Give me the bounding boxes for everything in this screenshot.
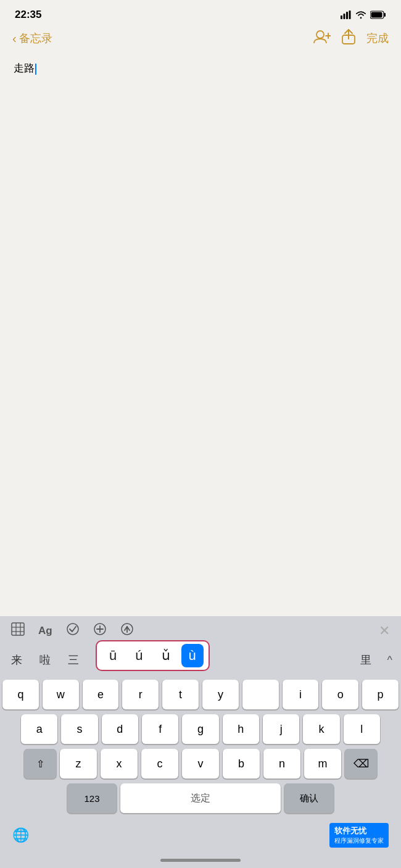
candidate-item-1[interactable]: 啦 (31, 648, 59, 672)
candidate-row: 来 啦 三 ū ú ǔ ù 里 ^ (0, 643, 401, 677)
key-k[interactable]: k (303, 714, 339, 744)
svg-rect-11 (12, 623, 24, 635)
accent-u-macron[interactable]: ū (102, 644, 124, 667)
delete-key[interactable]: ⌫ (345, 749, 377, 778)
wifi-icon (355, 10, 366, 19)
watermark: 软件无忧 程序漏洞修复专家 (329, 823, 389, 848)
watermark-line1: 软件无忧 (334, 825, 384, 837)
svg-point-7 (316, 31, 324, 38)
space-key[interactable]: 选定 (120, 783, 281, 813)
close-icon[interactable]: ✕ (379, 623, 390, 639)
key-c[interactable]: c (141, 749, 178, 778)
text-cursor (35, 64, 36, 75)
candidate-right-items: 里 ^ (350, 648, 399, 672)
svg-rect-6 (371, 12, 382, 18)
format-text-icon[interactable]: Ag (38, 625, 52, 637)
key-row-3: ⇧ z x c v b n m ⌫ (2, 749, 399, 778)
key-f[interactable]: f (142, 714, 178, 744)
key-n[interactable]: n (263, 749, 300, 778)
svg-rect-0 (341, 15, 342, 19)
key-l[interactable]: l (344, 714, 380, 744)
key-row-2: a s d f g h j k l (2, 714, 399, 744)
key-p[interactable]: p (362, 680, 399, 709)
checkmark-icon[interactable] (66, 622, 80, 639)
keyboard-toolbar: Ag (0, 616, 401, 643)
key-t[interactable]: t (162, 680, 199, 709)
key-b[interactable]: b (223, 749, 260, 778)
status-bar: 22:35 (0, 0, 401, 25)
watermark-line2: 程序漏洞修复专家 (334, 837, 384, 845)
shift-key[interactable]: ⇧ (24, 749, 56, 778)
key-y[interactable]: y (202, 680, 239, 709)
key-d[interactable]: d (102, 714, 138, 744)
key-q[interactable]: q (2, 680, 39, 709)
key-v[interactable]: v (182, 749, 219, 778)
status-icons (341, 10, 386, 19)
add-person-icon[interactable] (313, 29, 331, 48)
candidate-item-2[interactable]: 三 (59, 648, 88, 672)
signal-icon (341, 10, 352, 19)
key-empty[interactable] (242, 680, 279, 709)
globe-icon[interactable]: 🌐 (12, 827, 29, 843)
key-w[interactable]: w (43, 680, 79, 709)
status-time: 22:35 (15, 9, 41, 21)
key-g[interactable]: g (182, 714, 218, 744)
key-m[interactable]: m (304, 749, 341, 778)
key-a[interactable]: a (21, 714, 57, 744)
key-h[interactable]: h (223, 714, 259, 744)
key-r[interactable]: r (122, 680, 159, 709)
keyboard-area: Ag (0, 616, 401, 868)
key-o[interactable]: o (322, 680, 358, 709)
key-row-bottom: 123 选定 确认 (2, 783, 399, 813)
candidate-item-li[interactable]: 里 (350, 648, 381, 672)
accent-u-grave[interactable]: ù (181, 644, 204, 667)
toolbar-left: Ag (11, 622, 134, 639)
add-icon[interactable] (93, 622, 107, 639)
bottom-bar: 🌐 软件无忧 程序漏洞修复专家 (0, 818, 401, 855)
share-icon[interactable] (342, 28, 355, 48)
key-e[interactable]: e (83, 680, 119, 709)
accent-u-caron[interactable]: ǔ (154, 644, 178, 667)
nav-bar: ‹ 备忘录 完成 (0, 25, 401, 54)
battery-icon (370, 10, 386, 19)
svg-rect-5 (384, 13, 386, 17)
key-i[interactable]: i (283, 680, 319, 709)
candidate-left-items: 来 啦 三 (2, 648, 88, 672)
note-text: 走路 (14, 61, 387, 77)
key-x[interactable]: x (101, 749, 138, 778)
accent-u-acute[interactable]: ú (128, 644, 150, 667)
svg-rect-1 (344, 14, 345, 19)
candidate-item-0[interactable]: 来 (2, 648, 31, 672)
note-content[interactable]: 走路 (0, 54, 401, 400)
key-row-1: q w e r t y i o p (2, 680, 399, 709)
candidate-up-arrow[interactable]: ^ (381, 649, 399, 672)
send-icon[interactable] (120, 622, 134, 639)
home-bar (160, 859, 241, 862)
done-button[interactable]: 完成 (366, 31, 389, 46)
svg-point-16 (67, 624, 78, 635)
key-s[interactable]: s (61, 714, 97, 744)
back-arrow-icon: ‹ (12, 31, 17, 46)
nav-right-actions: 完成 (313, 28, 389, 48)
num-key[interactable]: 123 (67, 783, 117, 813)
svg-rect-3 (349, 10, 351, 19)
confirm-key[interactable]: 确认 (284, 783, 334, 813)
back-button[interactable]: ‹ 备忘录 (12, 31, 52, 46)
keyboard-rows: q w e r t y i o p a s d f g h j k l ⇧ z … (0, 677, 401, 813)
table-icon[interactable] (11, 622, 25, 639)
key-j[interactable]: j (263, 714, 299, 744)
svg-rect-2 (346, 12, 348, 19)
home-indicator (0, 855, 401, 868)
accent-popup: ū ú ǔ ù (96, 640, 210, 671)
back-label: 备忘录 (19, 31, 52, 46)
key-z[interactable]: z (60, 749, 97, 778)
